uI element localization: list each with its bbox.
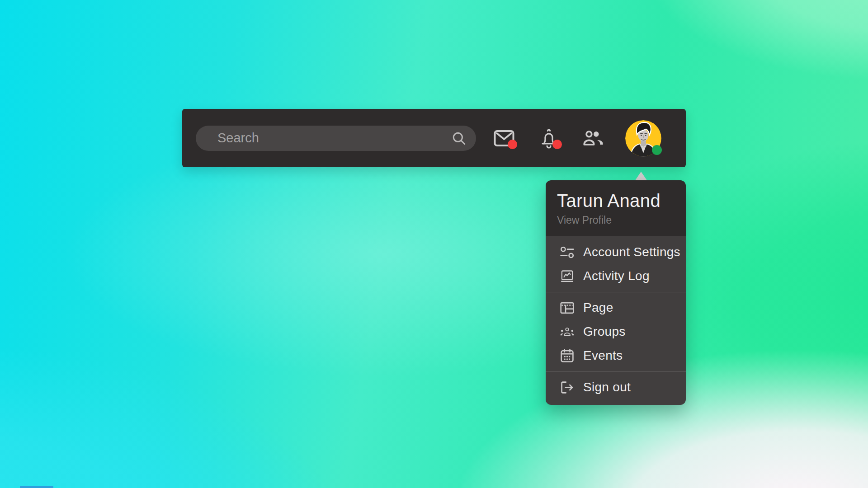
search-input[interactable] [217,130,445,146]
groups-icon [560,325,574,339]
menu-item-page[interactable]: Page [546,296,686,320]
menu-section: Account Settings Activity Log [546,237,686,292]
people-icon [583,130,604,147]
profile-menu-body: Account Settings Activity Log Page Group… [546,236,686,405]
profile-name: Tarun Anand [557,191,675,211]
menu-item-label: Activity Log [583,269,650,283]
events-icon [560,349,574,363]
online-status-dot [652,145,662,155]
menu-item-label: Events [583,348,623,363]
menu-item-events[interactable]: Events [546,344,686,368]
account-settings-icon [560,245,574,259]
navbar-icon-group [493,127,604,149]
menu-item-label: Sign out [583,380,631,394]
menu-section: Page Groups Events [546,292,686,371]
menu-item-groups[interactable]: Groups [546,320,686,344]
top-navbar [182,109,686,167]
profile-dropdown: Tarun Anand View Profile Account Setting… [546,180,686,405]
page-icon [560,301,574,315]
notification-badge [508,140,517,149]
notifications-button[interactable] [538,127,560,149]
search-icon[interactable] [452,131,466,145]
profile-header[interactable]: Tarun Anand View Profile [546,180,686,236]
menu-item-label: Page [583,300,613,315]
menu-section: Sign out [546,371,686,403]
taskbar-peek-sliver [20,486,53,488]
contacts-button[interactable] [583,127,604,149]
sign-out-icon [560,380,574,394]
dropdown-arrow [635,172,647,180]
search-bar[interactable] [196,126,476,151]
activity-log-icon [560,269,574,283]
notification-badge [552,140,562,149]
menu-item-label: Account Settings [583,245,680,259]
avatar[interactable] [625,120,661,156]
view-profile-link[interactable]: View Profile [557,214,675,226]
menu-item-sign-out[interactable]: Sign out [546,375,686,399]
menu-item-account-settings[interactable]: Account Settings [546,240,686,264]
messages-button[interactable] [493,127,515,149]
menu-item-label: Groups [583,324,626,339]
menu-item-activity-log[interactable]: Activity Log [546,264,686,288]
